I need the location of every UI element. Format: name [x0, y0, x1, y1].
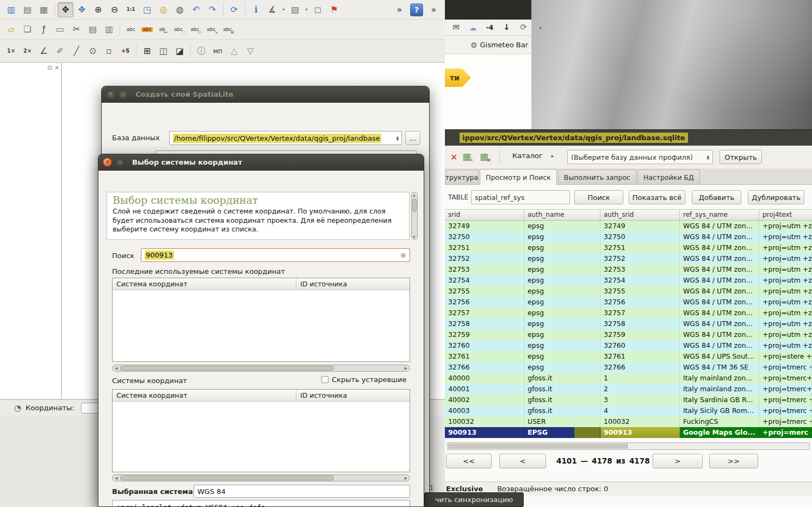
add-button[interactable]: Добавить [692, 190, 741, 204]
mail-button[interactable]: ✉ [448, 20, 464, 35]
horizontal-scrollbar[interactable]: ◀ ▶ [112, 474, 410, 481]
scrollbar-thumb[interactable] [120, 475, 334, 480]
scrollbar-thumb[interactable] [448, 443, 628, 449]
column-authid[interactable]: ID источника [296, 390, 410, 401]
table-row[interactable]: 32760epsg32760WGS 84 / UTM zon...+proj=u… [445, 340, 812, 351]
table-row[interactable]: 32749epsg32749WGS 84 / UTM zon...+proj=u… [445, 221, 812, 231]
selected-crs-field[interactable]: WGS 84 [194, 485, 410, 498]
table-row[interactable]: 32754epsg32754WGS 84 / UTM zon...+proj=u… [445, 275, 812, 286]
sync-button[interactable]: ⟳ [516, 20, 531, 35]
label-move-button[interactable]: ab↔ [156, 22, 171, 37]
help-button[interactable]: ? [410, 3, 423, 16]
topology-check-button[interactable]: △ [226, 43, 242, 59]
column-header-auth-srid[interactable]: auth_srid [600, 210, 680, 220]
table-row[interactable]: 32750epsg32750WGS 84 / UTM zon...+proj=u… [445, 231, 812, 242]
database-combo[interactable]: /home/filippov/src/QVertex/Vertex/data/q… [169, 131, 402, 145]
trace-button[interactable]: ✐ [52, 43, 68, 59]
clear-search-icon[interactable]: ⊗ [400, 251, 406, 259]
yellow-arrow-button[interactable]: ти [445, 68, 471, 87]
sticky-note-button[interactable]: ▱ [3, 22, 19, 37]
label-abc-button[interactable]: abc [123, 22, 139, 37]
table-row[interactable]: 900913EPSG900913Google Maps Glo...+proj=… [445, 427, 812, 438]
duplicate-button[interactable]: Дублировать [748, 190, 804, 204]
column-header-srid[interactable]: srid [445, 210, 524, 220]
snap-one-button[interactable]: 1× [3, 43, 19, 59]
page-next-button[interactable]: > [653, 454, 703, 468]
identify-button[interactable]: ℹ [248, 2, 264, 17]
add-feature-button[interactable]: +S [117, 43, 133, 59]
select-features-button[interactable]: ▧ [287, 2, 303, 17]
close-db-icon[interactable]: ✕ [450, 152, 457, 162]
pan-map-button[interactable]: ✥ [58, 2, 73, 17]
save-button[interactable]: ▥ [3, 2, 19, 17]
toolbar-overflow-2-button[interactable]: » [426, 2, 442, 17]
table-row[interactable]: 32757epsg32757WGS 84 / UTM zon...+proj=u… [445, 308, 812, 318]
dropdown-caret-icon[interactable]: ▾ [281, 7, 287, 12]
drop-table-icon[interactable]: ▦ × [480, 151, 488, 162]
filter-button[interactable]: ▽ [243, 43, 258, 59]
zoom-last-button[interactable]: ↶ [188, 2, 204, 17]
scrollbar-thumb[interactable] [412, 199, 417, 212]
table-row[interactable]: 32755epsg32755WGS 84 / UTM zon...+proj=u… [445, 286, 812, 297]
weather-temp-button[interactable]: -4 [482, 20, 498, 35]
scroll-right-icon[interactable]: ▶ [405, 476, 407, 480]
open-db-button[interactable]: Открыть [720, 150, 762, 164]
paste-button[interactable]: ▥ [101, 22, 117, 37]
angle-button[interactable]: ∠ [36, 43, 52, 59]
gear-icon[interactable]: ⚙ [470, 41, 478, 49]
hide-deprecated-checkbox[interactable]: Скрыть устаревшие [321, 375, 406, 384]
mp-tool-button[interactable]: мп [210, 43, 226, 59]
table-row[interactable]: 40003gfoss.it4Italy Sicily GB Rom...+pro… [445, 405, 812, 416]
zoom-native-button[interactable]: 1:1 [123, 2, 139, 17]
weather-button[interactable]: ☁ [465, 20, 481, 35]
merge-features-button[interactable]: ◫ [156, 43, 171, 59]
table-row[interactable]: 40000gfoss.it1Italy mainland zon...+proj… [445, 373, 812, 384]
table-row[interactable]: 100032USER100032FuckingCS+proj=tmerc +..… [445, 416, 812, 427]
table-row[interactable]: 40001gfoss.it2Italy mainland zon...+proj… [445, 384, 812, 395]
new-table-icon[interactable]: ▦ + [462, 151, 471, 162]
scroll-right-icon[interactable]: ▶ [405, 366, 407, 371]
search-button[interactable]: Поиск [574, 190, 623, 204]
recent-crs-table[interactable]: Система координат ID источника [112, 278, 410, 362]
catalog-menu[interactable]: Каталог ▸ [512, 152, 554, 160]
dialog-titlebar[interactable]: ✕ ▫ Выбор системы координат [98, 154, 424, 171]
table-row[interactable]: 32759epsg32759WGS 84 / UTM zon...+proj=u… [445, 329, 812, 340]
node-tool-button[interactable]: ⊙ [85, 43, 101, 59]
zoom-next-button[interactable]: ↷ [204, 2, 220, 17]
column-header-auth-name[interactable]: auth_name [524, 210, 600, 220]
table-row[interactable]: 32766epsg32766WGS 84 / TM 36 SE+proj=tme… [445, 362, 812, 373]
column-header-proj4text[interactable]: proj4text [759, 210, 812, 220]
label-anchor-button[interactable]: abc⊕ [221, 22, 237, 37]
dropdown-caret-icon[interactable]: ▾ [303, 7, 309, 12]
pan-to-selection-button[interactable]: ✥ [74, 2, 90, 17]
add-part-button[interactable]: ⊞ [139, 43, 155, 59]
combo-spinner-icon[interactable]: ▲ ▼ [396, 135, 399, 141]
profile-db-select[interactable]: (Выберите базу данных профиля) ▲ ▼ [567, 150, 713, 164]
label-pin-button[interactable]: abc⊙ [188, 22, 204, 37]
column-authid[interactable]: ID источника [296, 278, 410, 290]
table-row[interactable]: 32752epsg32752WGS 84 / UTM zon...+proj=u… [445, 253, 812, 264]
page-last-button[interactable]: >> [709, 454, 758, 468]
window-restore-icon[interactable]: ▫ [115, 158, 125, 167]
line-tool-button[interactable]: ╱ [69, 43, 84, 59]
map-composer-button[interactable]: ▤ [20, 2, 35, 17]
checkbox-icon[interactable] [321, 376, 328, 383]
proj4-text-area[interactable]: +proj=longlat +datum=WGS84 +no_defs [112, 500, 410, 506]
tab-db-settings[interactable]: Настройки БД [637, 170, 700, 184]
window-restore-icon[interactable]: ▫ [119, 90, 128, 99]
copy-page-button[interactable]: ▤ [85, 22, 101, 37]
zoom-to-selection-button[interactable]: ◎ [156, 2, 171, 17]
scroll-down-icon[interactable]: ▼ [413, 235, 416, 239]
scrollbar-thumb[interactable] [120, 366, 334, 371]
table-row[interactable]: 32753epsg32753WGS 84 / UTM zon...+proj=u… [445, 264, 812, 275]
scissors-button[interactable]: ✂ [69, 22, 84, 37]
metadata-info-button[interactable]: ⓘ [194, 43, 209, 59]
composer-manager-button[interactable]: ▦ [36, 2, 52, 17]
page-first-button[interactable]: << [446, 454, 492, 468]
tab-execute-sql[interactable]: Выполнить запрос [558, 170, 636, 184]
table-row[interactable]: 32761epsg32761WGS 84 / UPS Sout...+proj=… [445, 351, 812, 362]
horizontal-scrollbar[interactable] [447, 442, 810, 450]
crs-table[interactable]: Система координат ID источника [112, 389, 410, 472]
deselect-button[interactable]: ◻ [310, 2, 326, 17]
browse-button[interactable]: ... [405, 131, 420, 145]
